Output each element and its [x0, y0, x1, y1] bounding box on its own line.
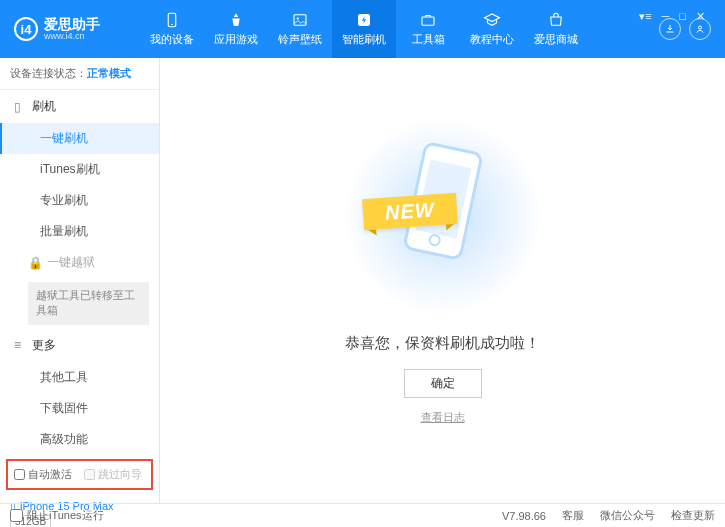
more-icon: ≡	[14, 338, 26, 352]
success-message: 恭喜您，保资料刷机成功啦！	[345, 334, 540, 353]
main-content: NEW 恭喜您，保资料刷机成功啦！ 确定 查看日志	[160, 58, 725, 503]
jailbreak-note: 越狱工具已转移至工具箱	[28, 282, 149, 325]
skip-guide-checkbox[interactable]: 跳过向导	[84, 467, 142, 482]
nav-label: 铃声壁纸	[278, 32, 322, 47]
success-illustration: NEW	[343, 116, 543, 316]
checkbox-label: 阻止iTunes运行	[27, 508, 104, 523]
flash-icon	[355, 11, 373, 29]
toolbox-icon	[419, 11, 437, 29]
nav-label: 工具箱	[412, 32, 445, 47]
nav-label: 我的设备	[150, 32, 194, 47]
nav-apps[interactable]: 应用游戏	[204, 0, 268, 58]
group-label: 更多	[32, 337, 56, 354]
sidebar-onekey-flash[interactable]: 一键刷机	[0, 123, 159, 154]
nav-tutorials[interactable]: 教程中心	[460, 0, 524, 58]
footer-wechat[interactable]: 微信公众号	[600, 508, 655, 523]
view-log-link[interactable]: 查看日志	[421, 410, 465, 425]
group-more[interactable]: ≡更多	[0, 329, 159, 362]
sidebar-advanced[interactable]: 高级功能	[0, 424, 159, 455]
checkbox-label: 跳过向导	[98, 467, 142, 482]
footer-support[interactable]: 客服	[562, 508, 584, 523]
phone-icon: ▯	[14, 100, 26, 114]
close-button[interactable]: ✕	[696, 10, 705, 23]
maximize-button[interactable]: □	[679, 10, 686, 22]
group-label: 一键越狱	[47, 254, 95, 271]
connection-status: 设备连接状态：正常模式	[0, 58, 159, 90]
footer: 阻止iTunes运行 V7.98.66 客服 微信公众号 检查更新	[0, 503, 725, 527]
top-nav: 我的设备 应用游戏 铃声壁纸 智能刷机 工具箱 教程中心 爱思商城	[140, 0, 645, 58]
sidebar-pro-flash[interactable]: 专业刷机	[0, 185, 159, 216]
group-label: 刷机	[32, 98, 56, 115]
status-prefix: 设备连接状态：	[10, 67, 87, 79]
window-controls: ▾≡ ─ □ ✕	[627, 4, 717, 23]
new-ribbon: NEW	[362, 193, 458, 230]
apps-icon	[227, 11, 245, 29]
app-url: www.i4.cn	[44, 31, 100, 41]
auto-activate-checkbox[interactable]: 自动激活	[14, 467, 72, 482]
graduation-icon	[483, 11, 501, 29]
app-title: 爱思助手	[44, 17, 100, 31]
nav-label: 教程中心	[470, 32, 514, 47]
nav-my-device[interactable]: 我的设备	[140, 0, 204, 58]
svg-rect-5	[422, 17, 434, 25]
nav-flash[interactable]: 智能刷机	[332, 0, 396, 58]
nav-label: 应用游戏	[214, 32, 258, 47]
svg-point-6	[699, 26, 702, 29]
footer-update[interactable]: 检查更新	[671, 508, 715, 523]
sidebar: 设备连接状态：正常模式 ▯刷机 一键刷机 iTunes刷机 专业刷机 批量刷机 …	[0, 58, 160, 503]
sidebar-batch-flash[interactable]: 批量刷机	[0, 216, 159, 247]
block-itunes-checkbox[interactable]: 阻止iTunes运行	[10, 508, 104, 523]
version-label: V7.98.66	[502, 510, 546, 522]
svg-point-1	[171, 24, 173, 26]
group-flash[interactable]: ▯刷机	[0, 90, 159, 123]
nav-label: 智能刷机	[342, 32, 386, 47]
sidebar-download-firmware[interactable]: 下载固件	[0, 393, 159, 424]
app-header: i4 爱思助手 www.i4.cn 我的设备 应用游戏 铃声壁纸 智能刷机 工具…	[0, 0, 725, 58]
logo-area: i4 爱思助手 www.i4.cn	[0, 17, 140, 41]
logo-icon: i4	[14, 17, 38, 41]
svg-rect-2	[294, 15, 306, 26]
svg-point-3	[297, 17, 299, 19]
minimize-button[interactable]: ─	[662, 10, 670, 22]
nav-label: 爱思商城	[534, 32, 578, 47]
sidebar-other-tools[interactable]: 其他工具	[0, 362, 159, 393]
device-icon	[163, 11, 181, 29]
group-jailbreak: 🔒 一键越狱	[0, 247, 159, 278]
nav-toolbox[interactable]: 工具箱	[396, 0, 460, 58]
lock-icon: 🔒	[28, 256, 43, 270]
nav-ringtones[interactable]: 铃声壁纸	[268, 0, 332, 58]
status-mode: 正常模式	[87, 67, 131, 79]
checkbox-label: 自动激活	[28, 467, 72, 482]
ok-button[interactable]: 确定	[404, 369, 482, 398]
menu-icon[interactable]: ▾≡	[639, 10, 651, 23]
store-icon	[547, 11, 565, 29]
options-row: 自动激活 跳过向导	[6, 459, 153, 490]
sidebar-itunes-flash[interactable]: iTunes刷机	[0, 154, 159, 185]
image-icon	[291, 11, 309, 29]
nav-store[interactable]: 爱思商城	[524, 0, 588, 58]
